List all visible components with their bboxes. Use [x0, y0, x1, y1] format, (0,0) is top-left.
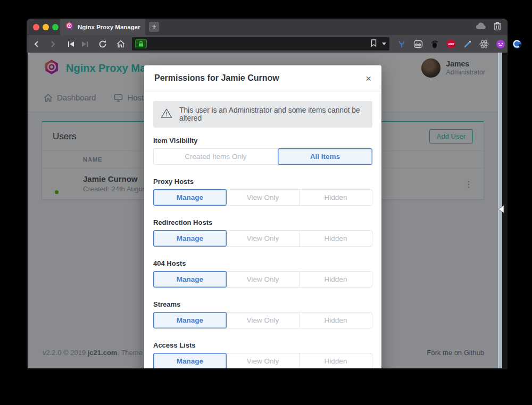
permission-section-label: Proxy Hosts — [153, 178, 372, 185]
warning-triangle-icon — [161, 108, 172, 121]
extension-atom-icon[interactable] — [479, 39, 489, 49]
manage-button[interactable]: Manage — [153, 353, 227, 368]
hidden-button[interactable]: Hidden — [299, 230, 372, 247]
manage-button[interactable]: Manage — [153, 189, 227, 206]
svg-text:ABP: ABP — [448, 43, 454, 46]
item-visibility-label: Item Visibility — [153, 137, 372, 145]
visibility-created-items-only-button[interactable]: Created Items Only — [153, 148, 278, 165]
manage-button[interactable]: Manage — [153, 312, 227, 328]
view-only-button[interactable]: View Only — [226, 271, 300, 288]
item-visibility-group: Created Items Only All Items — [153, 148, 372, 165]
window-maximize-button[interactable] — [52, 24, 59, 30]
extension-fork-icon[interactable] — [397, 39, 406, 49]
hidden-button[interactable]: Hidden — [299, 353, 372, 368]
permission-section-label: 404 Hosts — [153, 259, 372, 267]
window-minimize-button[interactable] — [43, 24, 49, 30]
manage-button[interactable]: Manage — [153, 271, 227, 288]
trash-icon[interactable] — [494, 22, 501, 32]
mouse-cursor — [498, 205, 504, 215]
extension-robot-icon[interactable] — [413, 39, 423, 49]
session-forward-button[interactable] — [78, 37, 92, 51]
back-button[interactable] — [30, 37, 44, 51]
hidden-button[interactable]: Hidden — [299, 189, 372, 206]
manage-button[interactable]: Manage — [153, 230, 227, 247]
sync-cloud-icon[interactable] — [476, 22, 486, 32]
permission-section: Redirection Hosts Manage View Only Hidde… — [153, 218, 372, 247]
modal-title: Permissions for Jamie Curnow — [154, 73, 279, 83]
admin-warning-text: This user is an Administrator and some i… — [179, 106, 365, 122]
view-only-button[interactable]: View Only — [226, 189, 300, 206]
view-only-button[interactable]: View Only — [226, 230, 300, 247]
permissions-modal: Permissions for Jamie Curnow × This user… — [144, 65, 381, 368]
permission-section: 404 Hosts Manage View Only Hidden — [153, 259, 372, 288]
address-bar[interactable] — [132, 37, 389, 50]
tab-title: Nginx Proxy Manager — [78, 24, 140, 30]
admin-warning-alert: This user is an Administrator and some i… — [153, 101, 372, 128]
permission-section-label: Redirection Hosts — [153, 218, 372, 226]
browser-window: Nginx Proxy Manager + — [27, 19, 508, 369]
permission-section: Proxy Hosts Manage View Only Hidden — [153, 178, 372, 206]
browser-titlebar: Nginx Proxy Manager + — [27, 19, 508, 35]
extension-gnome-foot-icon[interactable] — [430, 39, 439, 49]
permission-section: Streams Manage View Only Hidden — [153, 300, 372, 328]
extension-adblock-plus-icon[interactable]: ABP — [446, 39, 456, 49]
session-back-button[interactable] — [64, 37, 78, 51]
hidden-button[interactable]: Hidden — [299, 312, 372, 328]
window-close-button[interactable] — [33, 24, 39, 30]
permission-section-label: Streams — [153, 300, 372, 308]
modal-close-icon[interactable]: × — [365, 73, 371, 83]
browser-tab-nginx-proxy-manager[interactable]: Nginx Proxy Manager — [60, 19, 145, 35]
browser-toolbar: ABP — [27, 35, 508, 53]
https-lock-icon[interactable] — [135, 39, 147, 48]
permission-section: Access Lists Manage View Only Hidden — [153, 341, 372, 368]
new-tab-button[interactable]: + — [149, 22, 159, 32]
permission-section-label: Access Lists — [153, 341, 372, 349]
extension-pen-icon[interactable] — [463, 39, 472, 49]
reload-button[interactable] — [96, 37, 110, 51]
forward-button[interactable] — [46, 37, 60, 51]
extension-purple-badge-icon[interactable] — [496, 39, 505, 49]
extension-blue-circle-icon[interactable] — [512, 39, 522, 49]
view-only-button[interactable]: View Only — [226, 312, 300, 328]
visibility-all-items-button[interactable]: All Items — [278, 148, 372, 165]
home-button[interactable] — [114, 37, 128, 51]
bookmark-dropdown-caret[interactable] — [382, 43, 386, 45]
permission-sections: Proxy Hosts Manage View Only Hidden Redi… — [153, 178, 372, 368]
tab-favicon — [65, 22, 73, 32]
bookmark-icon[interactable] — [371, 39, 377, 49]
page-viewport: Nginx Proxy Manager James Administrator — [28, 53, 502, 368]
hidden-button[interactable]: Hidden — [299, 271, 372, 288]
view-only-button[interactable]: View Only — [226, 353, 300, 368]
